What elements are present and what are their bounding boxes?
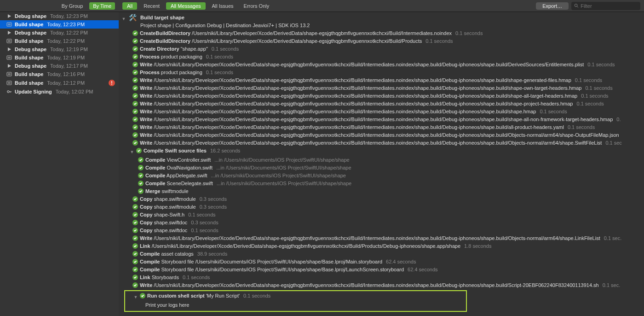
log-row[interactable]: Merge swiftmodule (119, 187, 644, 195)
build-list[interactable]: Debug shapeToday, 12:23 PMBuild shapeTod… (0, 12, 119, 316)
log-row[interactable]: Write /Users/niki/Library/Developer/Xcod… (119, 139, 644, 147)
build-time: Today, 12:22 PM (47, 38, 85, 44)
log-text: Write /Users/niki/Library/Developer/Xcod… (140, 123, 564, 131)
log-row[interactable]: Write /Users/niki/Library/Developer/Xcod… (119, 76, 644, 84)
success-icon (132, 93, 138, 99)
log-row[interactable]: Copy shape.swiftdoc0.3 seconds (119, 219, 644, 227)
build-row[interactable]: Debug shapeToday, 12:19 PM (0, 45, 119, 53)
duration: 0.1 sec. (603, 281, 621, 289)
filter-field[interactable] (571, 2, 640, 10)
log-row[interactable]: Compile ViewController.swift...in /Users… (119, 156, 644, 164)
log-row[interactable]: Write /Users/niki/Library/Developer/Xcod… (119, 234, 644, 242)
log-row[interactable]: Write /Users/niki/Library/Developer/Xcod… (119, 281, 644, 289)
log-row[interactable]: Write /Users/niki/Library/Developer/Xcod… (119, 108, 644, 116)
log-tail: ...in /Users/niki/Documents/iOS Project/… (216, 164, 351, 172)
build-row[interactable]: Build shapeToday, 12:16 PM (0, 70, 119, 78)
log-row[interactable]: Link Storyboards0.1 seconds (119, 274, 644, 281)
play-icon (6, 63, 12, 69)
duration: 16.2 seconds (210, 147, 240, 155)
svg-point-18 (575, 4, 577, 7)
log-text: Copy shape-Swift.h (140, 211, 184, 219)
log-row[interactable]: Process product packaging0.1 seconds (119, 53, 644, 61)
success-icon (132, 30, 138, 36)
disclosure-icon[interactable]: ▼ (121, 14, 126, 23)
duration: 0.1 seconds (206, 53, 233, 61)
log-row[interactable]: Process product packaging0.1 seconds (119, 69, 644, 76)
log-text: Link Storyboards (140, 274, 179, 281)
log-tail: ...in /Users/niki/Documents/iOS Project/… (211, 172, 346, 180)
build-row[interactable]: Update SigningToday, 12:02 PM (0, 88, 119, 96)
log-text: Print your logs here (145, 301, 189, 309)
svg-line-19 (577, 6, 578, 8)
build-row[interactable]: Build shapeToday, 12:22 PM (0, 37, 119, 45)
build-time: Today, 12:12 PM (47, 80, 85, 86)
filter-all-button[interactable]: All (122, 2, 137, 10)
log-row[interactable]: CreateBuildDirectory /Users/niki/Library… (119, 37, 644, 45)
log-group-row[interactable]: ▼Compile Swift source files16.2 seconds (119, 147, 644, 156)
filter-all-messages-button[interactable]: All Messages (166, 2, 205, 10)
duration: 0.3 seconds (191, 219, 218, 227)
log-row[interactable]: Compile AppDelegate.swift...in /Users/ni… (119, 172, 644, 180)
build-row[interactable]: Debug shapeToday, 12:22 PM (0, 29, 119, 37)
log-row[interactable]: Compile SceneDelegate.swift...in /Users/… (119, 180, 644, 187)
log-row[interactable]: CreateBuildDirectory /Users/niki/Library… (119, 29, 644, 37)
log-row[interactable]: Write /Users/niki/Library/Developer/Xcod… (119, 61, 644, 69)
log-row[interactable]: Compile asset catalogs38.9 seconds (119, 250, 644, 258)
success-icon (132, 220, 138, 225)
disclosure-icon[interactable]: ▼ (133, 292, 138, 301)
export-button[interactable]: Export… (536, 2, 569, 10)
duration: 0.1 seconds (183, 274, 210, 281)
log-row[interactable]: Write /Users/niki/Library/Developer/Xcod… (119, 92, 644, 100)
build-row[interactable]: Build shapeToday, 12:23 PM (0, 20, 119, 29)
disclosure-icon[interactable]: ▼ (130, 147, 134, 156)
svg-rect-9 (7, 72, 12, 76)
duration: 0.1 seconds (212, 45, 239, 53)
log-text: Write /Users/niki/Library/Developer/Xcod… (140, 100, 573, 108)
log-row[interactable]: Write /Users/niki/Library/Developer/Xcod… (119, 123, 644, 131)
log-row[interactable]: Write /Users/niki/Library/Developer/Xcod… (119, 100, 644, 108)
build-row[interactable]: Build shapeToday, 12:19 PM (0, 53, 119, 62)
by-time-button[interactable]: By Time (89, 2, 115, 10)
log-row[interactable]: Compile Storyboard file /Users/niki/Docu… (119, 266, 644, 274)
success-icon (140, 293, 145, 298)
log-row[interactable]: Write /Users/niki/Library/Developer/Xcod… (119, 131, 644, 139)
log-text: Write /Users/niki/Library/Developer/Xcod… (140, 76, 571, 84)
log-row[interactable]: Write /Users/niki/Library/Developer/Xcod… (119, 116, 644, 123)
success-icon (138, 188, 144, 194)
filter-all-issues-button[interactable]: All Issues (208, 2, 237, 10)
build-target-row[interactable]: ▼🛠️Build target shapeProject shape | Con… (119, 14, 644, 29)
duration: 0.1 seconds (576, 100, 604, 108)
filter-recent-button[interactable]: Recent (140, 2, 163, 10)
success-icon (132, 54, 138, 59)
log-icon (6, 71, 12, 77)
log-row[interactable]: Copy shape-Swift.h0.1 seconds (119, 211, 644, 219)
log-text: Compile asset catalogs (140, 250, 194, 258)
log-row[interactable]: Link /Users/niki/Library/Developer/Xcode… (119, 242, 644, 250)
success-icon (132, 140, 138, 146)
filter-input[interactable] (579, 3, 638, 9)
log-row[interactable]: Copy shape.swiftdoc0.1 seconds (119, 227, 644, 234)
log-row[interactable]: Create Directory "shape.app"0.1 seconds (119, 45, 644, 53)
build-label: Debug shape (15, 47, 46, 52)
log-row[interactable]: Copy shape.swiftmodule0.3 seconds (119, 203, 644, 211)
log-icon (6, 22, 12, 27)
build-time: Today, 12:16 PM (47, 71, 85, 77)
success-icon (136, 148, 142, 153)
log-text: Copy shape.swiftdoc (140, 219, 187, 227)
build-log[interactable]: ▼🛠️Build target shapeProject shape | Con… (119, 12, 644, 316)
log-row[interactable]: Compile Storyboard file /Users/niki/Docu… (119, 258, 644, 266)
log-row[interactable]: Write /Users/niki/Library/Developer/Xcod… (119, 84, 644, 92)
log-icon (6, 38, 12, 44)
log-row[interactable]: Compile OvalNavigation.swift...in /Users… (119, 164, 644, 172)
filter-errors-only-button[interactable]: Errors Only (240, 2, 273, 10)
build-row[interactable]: Debug shapeToday, 12:17 PM (0, 62, 119, 70)
build-row[interactable]: Debug shapeToday, 12:23 PM (0, 12, 119, 20)
by-group-button[interactable]: By Group (58, 2, 86, 10)
log-icon (6, 55, 12, 60)
log-row[interactable]: ▼Run custom shell script 'My Run Script'… (125, 292, 466, 301)
build-row[interactable]: Build shapeToday, 12:12 PM! (0, 78, 119, 88)
build-label: Build shape (15, 71, 43, 77)
log-row[interactable]: Copy shape.swiftmodule0.3 seconds (119, 195, 644, 203)
duration: 0.1 seconds (455, 29, 483, 37)
duration: 0. (616, 116, 621, 123)
